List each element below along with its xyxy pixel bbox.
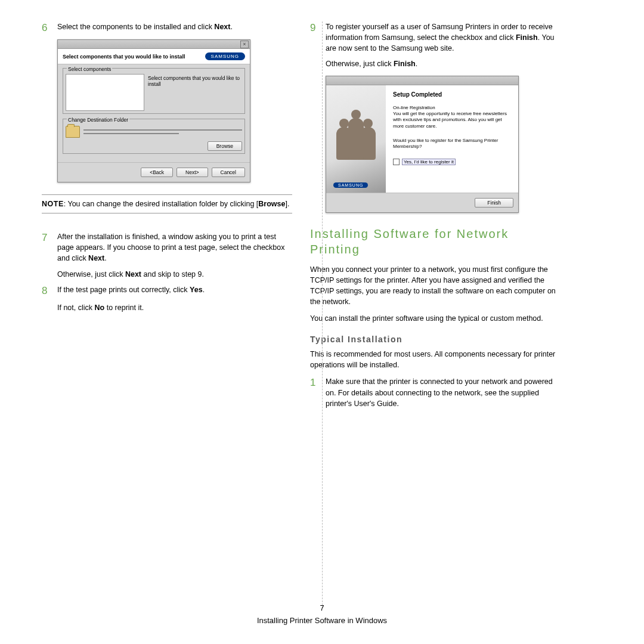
- fieldset-components: Select components Select components that…: [63, 68, 245, 114]
- dialog-titlebar: [326, 76, 518, 85]
- register-checkbox-row: Yes, I'd like to register it: [393, 159, 511, 165]
- register-checkbox[interactable]: [393, 159, 400, 165]
- browse-button[interactable]: Browse: [208, 141, 242, 151]
- step-8-sub: If not, click No to reprint it.: [57, 302, 292, 313]
- finish-button[interactable]: Finish: [475, 198, 513, 208]
- step-number: 8: [42, 284, 50, 298]
- fieldset-label: Select components: [67, 66, 112, 72]
- people-graphic: [333, 106, 379, 160]
- step-number: 1: [310, 376, 318, 408]
- folder-icon: [66, 126, 80, 138]
- page-footer: 7 Installing Printer Software in Windows: [0, 602, 644, 627]
- components-listbox[interactable]: [66, 74, 144, 111]
- step-9: 9 To register yourself as a user of Sams…: [310, 21, 561, 54]
- dialog-header: Select components that you would like to…: [58, 49, 250, 64]
- registration-question: Would you like to register for the Samsu…: [393, 138, 511, 150]
- back-button[interactable]: <Back: [141, 168, 173, 177]
- registration-heading: On-line Registration: [393, 105, 511, 111]
- step-8: 8 If the test page prints out correctly,…: [42, 284, 292, 298]
- note-label: NOTE: [42, 200, 64, 208]
- dialog-button-row: Finish: [326, 193, 518, 212]
- dialog-body: SAMSUNG Setup Completed On-line Registra…: [326, 85, 518, 193]
- dialog-titlebar: ×: [58, 40, 250, 49]
- step-text: Make sure that the printer is connected …: [326, 376, 561, 408]
- step-9-sub: Otherwise, just click Finish.: [326, 58, 561, 69]
- dialog-graphic-panel: SAMSUNG: [326, 85, 386, 193]
- note-block: NOTE: You can change the desired install…: [42, 194, 292, 213]
- right-column: 9 To register yourself as a user of Sams…: [310, 21, 561, 414]
- paragraph: When you connect your printer to a netwo…: [310, 264, 561, 308]
- samsung-logo: SAMSUNG: [333, 182, 368, 188]
- person-icon: [348, 118, 364, 160]
- footer-title: Installing Printer Software in Windows: [0, 615, 644, 627]
- installer-dialog-complete: SAMSUNG Setup Completed On-line Registra…: [326, 76, 519, 213]
- path-line: [83, 129, 242, 131]
- step-text: If the test page prints out correctly, c…: [57, 284, 292, 298]
- step-7-sub: Otherwise, just click Next and skip to s…: [57, 269, 292, 280]
- dialog-button-row: <Back Next> Cancel: [58, 162, 250, 182]
- dialog-content: Setup Completed On-line Registration You…: [386, 85, 518, 193]
- step-text: After the installation is finished, a wi…: [57, 231, 292, 264]
- installer-dialog-components: × Select components that you would like …: [57, 39, 250, 182]
- fieldset-label: Change Destination Folder: [67, 117, 129, 123]
- page-number: 7: [0, 602, 644, 615]
- step-number: 6: [42, 21, 50, 35]
- components-desc: Select components that you would like to…: [148, 74, 242, 111]
- step-6: 6 Select the components to be installed …: [42, 21, 292, 35]
- registration-body: You will get the opportunity to receive …: [393, 111, 511, 129]
- register-checkbox-label: Yes, I'd like to register it: [402, 159, 456, 165]
- step-7: 7 After the installation is finished, a …: [42, 231, 292, 264]
- sub-heading: Typical Installation: [310, 335, 561, 344]
- samsung-logo: SAMSUNG: [205, 52, 245, 60]
- left-column: 6 Select the components to be installed …: [42, 21, 292, 414]
- column-divider: [322, 21, 323, 608]
- step-number: 9: [310, 21, 318, 54]
- paragraph: You can install the printer software usi…: [310, 313, 561, 324]
- setup-completed-title: Setup Completed: [393, 91, 511, 98]
- cancel-button[interactable]: Cancel: [212, 168, 245, 177]
- step-text: To register yourself as a user of Samsun…: [326, 21, 561, 54]
- fieldset-destination: Change Destination Folder Browse: [63, 119, 245, 154]
- dialog-body: Select components Select components that…: [58, 64, 250, 162]
- next-button[interactable]: Next>: [177, 168, 208, 177]
- section-heading: Installing Software for Network Printing: [310, 226, 561, 257]
- dialog-header-text: Select components that you would like to…: [63, 54, 185, 60]
- step-text: Select the components to be installed an…: [57, 21, 292, 35]
- step-number: 7: [42, 231, 50, 264]
- path-line: [83, 133, 179, 134]
- close-icon[interactable]: ×: [240, 41, 249, 48]
- paragraph: This is recommended for most users. All …: [310, 349, 561, 370]
- step-1: 1 Make sure that the printer is connecte…: [310, 376, 561, 408]
